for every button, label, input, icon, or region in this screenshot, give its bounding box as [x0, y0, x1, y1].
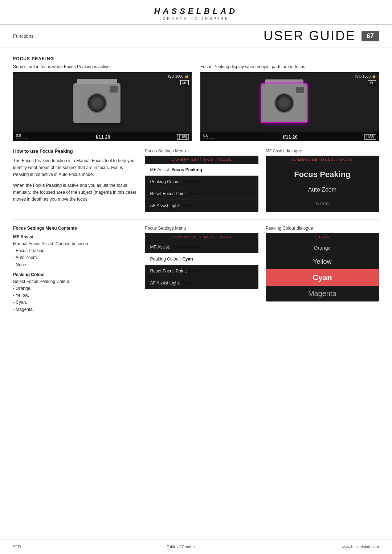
hud-left-2: 0.0 ▪▪▪▪▫▪▪▪▪▪	[203, 134, 216, 140]
how-to-title: How to use Focus Peaking	[13, 148, 138, 154]
bottom-hud-1: 0.0 ▪▪▪▪▫▪▪▪▪▪ f/11 20 |108|	[13, 132, 192, 141]
header: HASSELBLAD CREATE TO INSPIRE	[0, 0, 392, 25]
camera-body-1	[73, 83, 121, 123]
iso-value-1: ISO 1600	[168, 74, 183, 78]
aperture-2: f/11 20	[283, 134, 297, 140]
mf-assist-caption: MF Assist dialogue	[266, 148, 379, 153]
image-row: Subject not in focus when Focus Peaking …	[13, 64, 379, 141]
peaking-item-magenta[interactable]: Magenta	[266, 286, 379, 301]
focus-menu-item-2[interactable]: Peaking Colour: Magenta	[145, 176, 258, 188]
mf-assist-header: CAMERA SETTINGS: FOCUS	[266, 156, 379, 164]
peaking-colour-col: Peaking Colour dialogue FOCUS Orange Yel…	[266, 226, 379, 313]
image-col-2: Focus Peaking display when subject parts…	[200, 64, 379, 141]
focus-menu2-item-4[interactable]: AF Assist Light: Camera	[145, 277, 258, 289]
mf-option-2: - Auto Zoom.	[13, 254, 138, 261]
peaking-dialogue: FOCUS Orange Yellow Cyan Magenta	[266, 233, 379, 301]
iso-value-2: ISO 1600	[355, 74, 371, 78]
mf-tag-1: MF	[180, 80, 189, 85]
peaking-item-orange[interactable]: Orange	[266, 241, 379, 254]
image2-caption: Focus Peaking display when subject parts…	[200, 64, 379, 69]
item3-prefix: Reset Focus Point:	[150, 191, 188, 196]
peaking-option-4: - Magenta.	[13, 306, 138, 313]
focus-menu-item-3[interactable]: Reset Focus Point: Never	[145, 188, 258, 200]
user-guide-title: USER GUIDE	[264, 28, 356, 44]
item3b-value: Never	[188, 268, 200, 274]
focus-menu-header-1: CAMERA SETTINGS: FOCUS	[145, 156, 258, 164]
top-bar: Functions USER GUIDE 67	[0, 25, 392, 48]
item4-value: Camera	[181, 203, 197, 208]
footer-right: www.hasselblad.com	[342, 545, 379, 549]
item3b-prefix: Reset Focus Point:	[150, 268, 188, 274]
mf-assist-item-3[interactable]: None	[266, 197, 379, 210]
lock-icon-1: 🔒	[184, 74, 189, 78]
camera-top-2	[265, 79, 303, 85]
mf-assist-desc: Manual Focus Assist. Choose between:	[13, 241, 138, 247]
footer-center: Table of Content	[167, 545, 196, 549]
user-guide-right: USER GUIDE 67	[264, 28, 379, 44]
item1b-prefix: MF Assist:	[150, 245, 171, 250]
mf-assist-items: Focus Peaking Auto Zoom None	[266, 164, 379, 212]
focus-menu-col-bottom: Focus Settings Menu CAMERA SETTINGS: FOC…	[145, 226, 258, 313]
aperture-1: f/11 20	[95, 134, 110, 140]
mf-assist-col: MF Assist dialogue CAMERA SETTINGS: FOCU…	[266, 148, 379, 212]
shots-1: |108|	[177, 134, 189, 140]
peaking-colour-caption: Peaking Colour dialogue	[266, 226, 379, 231]
how-to-para1: The Focus Peaking function is a Manual F…	[13, 157, 138, 178]
how-to-col: How to use Focus Peaking The Focus Peaki…	[13, 148, 138, 212]
three-col-top: How to use Focus Peaking The Focus Peaki…	[13, 148, 379, 212]
page-number: 67	[362, 31, 379, 41]
shots-2: |108|	[364, 134, 376, 140]
focus-menu2-item-1[interactable]: MF Assist: Focus Peaking	[145, 241, 258, 253]
mf-assist-item-2[interactable]: Auto Zoom	[266, 183, 379, 197]
menu-contents-col: Focus Settings Menu Contents MF Assist M…	[13, 226, 138, 313]
peaking-item-cyan[interactable]: Cyan	[266, 269, 379, 286]
mf-assist-label: MF Assist	[13, 234, 138, 239]
image1-caption: Subject not in focus when Focus Peaking …	[13, 64, 192, 69]
focus-menu-item-4[interactable]: AF Assist Light: Camera	[145, 200, 258, 212]
how-to-para2: When the Focus Peaking is active and you…	[13, 182, 138, 203]
focus-menu-item-1[interactable]: MF Assist: Focus Peaking	[145, 164, 258, 176]
brand-tagline: CREATE TO INSPIRE	[0, 17, 392, 21]
peaking-colour-label: Peaking Colour	[13, 272, 138, 277]
camera-top-1	[77, 79, 117, 84]
camera-finder-2	[296, 87, 304, 93]
mf-assist-dialogue: CAMERA SETTINGS: FOCUS Focus Peaking Aut…	[266, 156, 379, 212]
ev-2: 0.0	[203, 134, 216, 138]
image-col-1: Subject not in focus when Focus Peaking …	[13, 64, 192, 141]
peaking-option-2: - Yellow.	[13, 292, 138, 299]
dots-1: ▪▪▪▪▫▪▪▪▪▪	[16, 138, 29, 140]
mf-option-3: - None.	[13, 262, 138, 268]
peaking-colour-desc: Select Focus Peaking Colour.	[13, 278, 138, 285]
item4-prefix: AF Assist Light:	[150, 203, 181, 208]
camera-finder-1	[110, 86, 118, 93]
ev-1: 0.0	[16, 134, 29, 138]
mf-assist-item-1[interactable]: Focus Peaking	[266, 166, 379, 183]
focus-menu2-item-3[interactable]: Reset Focus Point: Never	[145, 265, 258, 277]
item4b-prefix: AF Assist Light:	[150, 280, 181, 286]
focus-menu-header-2: CAMERA SETTINGS: FOCUS	[145, 233, 258, 241]
item2b-value: Cyan	[182, 257, 193, 262]
item4b-value: Camera	[181, 280, 197, 286]
bottom-hud-2: 0.0 ▪▪▪▪▫▪▪▪▪▪ f/11 20 |108|	[200, 132, 379, 141]
brand-name: HASSELBLAD	[0, 7, 392, 16]
camera-lens-2	[274, 93, 294, 113]
focus-menu-2: CAMERA SETTINGS: FOCUS MF Assist: Focus …	[145, 233, 258, 289]
item2-prefix: Peaking Colour:	[150, 179, 182, 184]
focus-menu2-item-2[interactable]: Peaking Colour: Cyan	[145, 253, 258, 265]
focus-menu-col-top: Focus Settings Menu CAMERA SETTINGS: FOC…	[145, 148, 258, 212]
item1b-value: Focus Peaking	[171, 245, 202, 250]
focus-menu-caption-1: Focus Settings Menu	[145, 148, 258, 153]
iso-display-2: ISO 1600 🔒	[355, 74, 376, 78]
camera-lens-1	[87, 93, 107, 113]
camera-display-2: ISO 1600 🔒 MF 0.0 ▪▪▪▪▫▪▪▪▪▪ f/11 20 |10…	[200, 72, 379, 141]
focus-menu-caption-2: Focus Settings Menu	[145, 226, 258, 231]
functions-label: Functions	[13, 33, 33, 39]
mf-tag-2: MF	[368, 80, 376, 85]
peaking-item-yellow[interactable]: Yellow	[266, 254, 379, 269]
divider	[13, 219, 379, 220]
three-col-bottom: Focus Settings Menu Contents MF Assist M…	[13, 226, 379, 313]
item1-value: Focus Peaking	[171, 167, 202, 172]
camera-body-2	[261, 83, 308, 123]
focus-menu-1: CAMERA SETTINGS: FOCUS MF Assist: Focus …	[145, 156, 258, 212]
mf-option-1: - Focus Peaking.	[13, 247, 138, 254]
